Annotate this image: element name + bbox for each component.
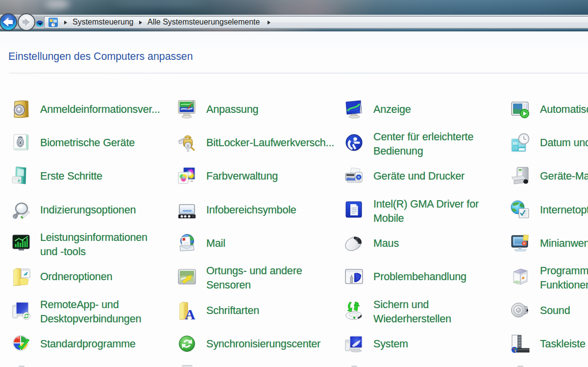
- svg-text:A: A: [185, 306, 196, 320]
